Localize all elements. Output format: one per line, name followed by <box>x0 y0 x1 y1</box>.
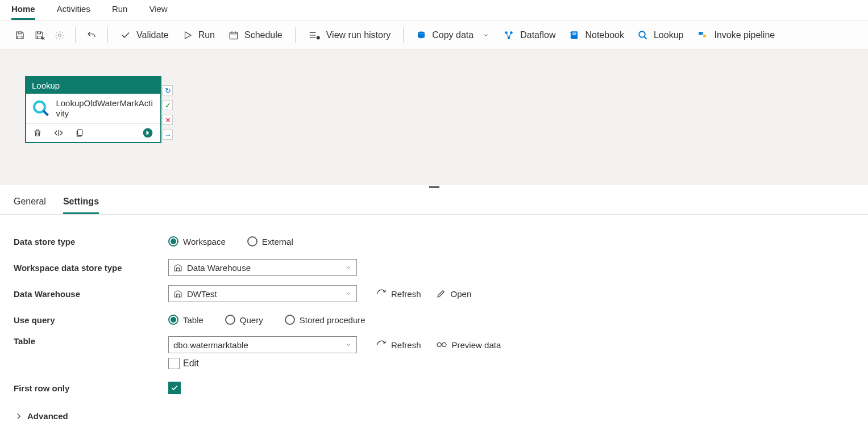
top-nav: Home Activities Run View <box>0 0 868 20</box>
data-warehouse-label: Data Warehouse <box>14 289 168 299</box>
undo-button[interactable] <box>82 27 101 44</box>
nav-tab-home[interactable]: Home <box>11 2 35 20</box>
chevron-down-icon <box>345 290 352 297</box>
open-dw-button[interactable]: Open <box>433 286 475 301</box>
preview-icon <box>436 341 447 349</box>
pipeline-canvas[interactable]: Lookup LookupOldWaterMarkActivity ↻ ✓ ✕ … <box>0 50 868 185</box>
toolbar-separator <box>107 27 108 43</box>
workspace-ds-type-label: Workspace data store type <box>14 263 168 273</box>
svg-point-15 <box>437 342 441 346</box>
code-icon[interactable] <box>53 128 64 137</box>
go-arrow-icon[interactable] <box>142 127 153 139</box>
radio-stored-procedure[interactable]: Stored procedure <box>285 315 366 325</box>
toolbar-separator <box>403 27 404 43</box>
chevron-down-icon <box>483 32 489 39</box>
svg-point-7 <box>508 36 510 39</box>
copy-data-button[interactable]: Copy data <box>410 27 495 44</box>
notebook-button[interactable]: Notebook <box>563 27 630 44</box>
settings-gear-button[interactable] <box>51 27 68 44</box>
svg-point-5 <box>505 31 508 34</box>
failure-handle[interactable]: ✕ <box>163 115 173 125</box>
radio-external[interactable]: External <box>247 236 293 246</box>
validate-label: Validate <box>136 30 169 40</box>
advanced-toggle[interactable]: Advanced <box>14 411 68 421</box>
nav-tab-activities[interactable]: Activities <box>57 2 90 20</box>
activity-type-label: Lookup <box>26 77 160 94</box>
dataflow-button[interactable]: Dataflow <box>497 27 561 44</box>
data-warehouse-select[interactable]: DWTest <box>168 285 357 302</box>
invoke-pipeline-label: Invoke pipeline <box>714 30 775 40</box>
schedule-button[interactable]: Schedule <box>223 27 288 44</box>
svg-point-16 <box>442 342 446 346</box>
toolbar-separator <box>295 27 296 43</box>
database-icon <box>416 30 426 40</box>
table-select[interactable]: dbo.watermarktable <box>168 336 357 353</box>
activity-name: LookupOldWaterMarkActivity <box>56 98 155 119</box>
preview-data-button[interactable]: Preview data <box>433 338 505 352</box>
lookup-icon <box>32 98 50 119</box>
nav-tab-view[interactable]: View <box>149 2 167 20</box>
svg-point-11 <box>639 31 645 37</box>
copy-data-label: Copy data <box>432 30 474 40</box>
chevron-right-icon <box>15 412 23 420</box>
nav-tab-run[interactable]: Run <box>112 2 128 20</box>
tab-general[interactable]: General <box>14 194 46 214</box>
use-query-label: Use query <box>14 315 168 325</box>
radio-query[interactable]: Query <box>225 315 263 325</box>
schedule-label: Schedule <box>244 30 283 40</box>
view-run-history-button[interactable]: View run history <box>302 27 397 44</box>
radio-table[interactable]: Table <box>168 315 203 325</box>
activity-card-lookup[interactable]: Lookup LookupOldWaterMarkActivity <box>25 76 161 143</box>
activity-footer <box>26 123 160 142</box>
refresh-dw-button[interactable]: Refresh <box>373 286 425 301</box>
edit-checkbox[interactable] <box>168 358 180 369</box>
tab-settings[interactable]: Settings <box>63 194 99 214</box>
svg-point-12 <box>34 102 45 112</box>
workspace-ds-type-select[interactable]: Data Warehouse <box>168 259 357 276</box>
activity-output-handles: ↻ ✓ ✕ → <box>163 85 173 140</box>
svg-rect-1 <box>230 32 238 39</box>
first-row-only-label: First row only <box>14 383 168 393</box>
svg-rect-9 <box>572 32 576 34</box>
invoke-pipeline-icon <box>697 30 708 40</box>
notebook-label: Notebook <box>585 30 624 40</box>
edit-icon <box>436 289 446 299</box>
run-button[interactable]: Run <box>177 27 221 44</box>
notebook-icon <box>569 30 579 40</box>
lookup-button[interactable]: Lookup <box>632 27 690 44</box>
skip-handle[interactable]: → <box>163 129 173 140</box>
edit-label: Edit <box>183 358 199 369</box>
svg-point-6 <box>510 31 513 34</box>
data-store-type-label: Data store type <box>14 237 168 246</box>
invoke-pipeline-button[interactable]: Invoke pipeline <box>691 27 780 44</box>
run-label: Run <box>198 30 215 40</box>
view-run-history-label: View run history <box>326 30 391 40</box>
retry-handle[interactable]: ↻ <box>163 85 173 95</box>
detail-tabs: General Settings <box>0 189 868 215</box>
toolbar-separator <box>75 27 76 43</box>
svg-point-2 <box>316 36 319 39</box>
first-row-only-checkbox[interactable] <box>168 382 181 394</box>
refresh-icon <box>376 340 387 350</box>
save-as-button[interactable] <box>31 27 49 44</box>
validate-button[interactable]: Validate <box>115 27 175 44</box>
chevron-down-icon <box>345 264 352 271</box>
svg-rect-10 <box>572 34 576 35</box>
radio-workspace[interactable]: Workspace <box>168 236 226 246</box>
lookup-label: Lookup <box>654 30 684 40</box>
warehouse-icon <box>173 263 182 272</box>
svg-rect-13 <box>78 129 82 136</box>
dataflow-label: Dataflow <box>520 30 555 40</box>
save-button[interactable] <box>11 27 28 44</box>
copy-icon[interactable] <box>75 128 84 138</box>
delete-icon[interactable] <box>33 128 42 138</box>
success-handle[interactable]: ✓ <box>163 100 173 110</box>
toolbar: Validate Run Schedule View run history C… <box>0 20 868 50</box>
refresh-table-button[interactable]: Refresh <box>373 337 425 352</box>
svg-point-0 <box>59 34 61 36</box>
chevron-down-icon <box>345 341 352 348</box>
refresh-icon <box>376 289 387 299</box>
lookup-icon <box>638 30 648 40</box>
dataflow-icon <box>503 30 514 40</box>
warehouse-icon <box>173 289 182 298</box>
